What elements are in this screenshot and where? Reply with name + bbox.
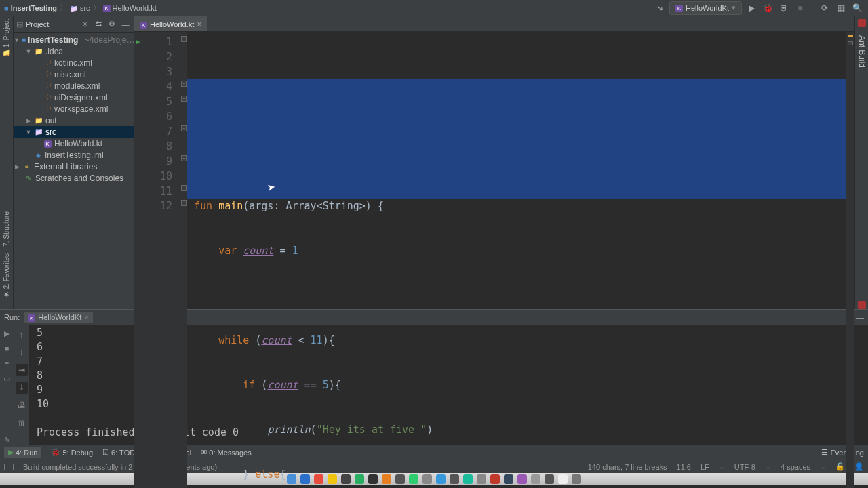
ide-settings-button[interactable]: ▦ bbox=[834, 1, 848, 15]
layout-button[interactable]: ▭ bbox=[2, 373, 12, 383]
pin-button[interactable]: ✎ bbox=[2, 435, 12, 445]
close-icon[interactable]: × bbox=[197, 20, 201, 29]
project-title[interactable]: Project bbox=[26, 20, 77, 28]
hector-icon[interactable]: 👤 bbox=[854, 462, 864, 471]
navigation-bar: InsertTesting 〉 src 〉 HelloWorld.kt ↘ He… bbox=[0, 0, 868, 16]
build-icon[interactable]: ↘ bbox=[652, 0, 668, 16]
breadcrumb-folder[interactable]: src bbox=[80, 4, 90, 12]
run-config-selector[interactable]: HelloWorldKt▾ bbox=[669, 1, 742, 15]
project-tool-header: ▤ Project ⊚ ⇆ ⚙ — bbox=[14, 16, 134, 33]
tree-node-src: ▼src bbox=[14, 126, 134, 138]
up-button[interactable]: ↑ bbox=[16, 329, 28, 341]
run-actions-2: ↑ ↓ ⇥ ⤓ 🖶 🗑 bbox=[14, 325, 30, 445]
breadcrumb[interactable]: InsertTesting 〉 src 〉 HelloWorld.kt bbox=[4, 3, 157, 13]
print-button[interactable]: 🖶 bbox=[16, 399, 28, 411]
select-opened-file-icon[interactable]: ⊚ bbox=[79, 19, 90, 30]
gutter-run-marks[interactable]: ▶ bbox=[134, 32, 146, 488]
editor-tabs: HelloWorld.kt× bbox=[134, 16, 854, 32]
favorites-tool-button[interactable]: ★2: Favorites bbox=[3, 253, 10, 298]
run-tool-button[interactable]: ▶4: Run bbox=[4, 447, 41, 458]
run-tab[interactable]: HelloWorldKt× bbox=[24, 312, 92, 323]
run-label: Run: bbox=[4, 313, 20, 321]
settings-icon[interactable]: ⚙ bbox=[106, 19, 117, 30]
debug-button[interactable]: 🐞 bbox=[761, 1, 774, 15]
run-actions-1: ▶ ■ ≡ ▭ ✎ bbox=[0, 325, 14, 445]
soft-wrap-button[interactable]: ⇥ bbox=[16, 364, 28, 376]
error-stripe[interactable] bbox=[846, 32, 854, 488]
stop-button[interactable]: ■ bbox=[2, 344, 12, 353]
collapse-icon[interactable]: — bbox=[120, 19, 131, 30]
expand-all-icon[interactable]: ⇆ bbox=[93, 19, 104, 30]
breadcrumb-project[interactable]: InsertTesting bbox=[11, 4, 57, 12]
run-button[interactable]: ▶ bbox=[745, 1, 758, 15]
rerun-button[interactable]: ▶ bbox=[2, 329, 12, 338]
editor-tab-helloworld[interactable]: HelloWorld.kt× bbox=[134, 16, 207, 31]
ant-build-button[interactable]: Ant Build bbox=[857, 35, 867, 68]
toolbar: ↘ HelloWorldKt▾ ▶ 🐞 ⛨ ■ ⟳ ▦ 🔍 bbox=[653, 1, 864, 15]
dump-button[interactable]: ≡ bbox=[2, 359, 12, 368]
code-content[interactable]: fun main(args: Array<String>) { var coun… bbox=[187, 32, 846, 488]
search-everywhere-button[interactable]: 🔍 bbox=[850, 1, 864, 15]
maven-icon-2[interactable] bbox=[858, 301, 866, 309]
line-numbers: 123 456 789 101112 bbox=[146, 32, 178, 488]
maven-icon[interactable] bbox=[858, 19, 866, 27]
debug-tool-button[interactable]: 🐞5: Debug bbox=[51, 448, 93, 457]
tree-node-helloworld: HelloWorld.kt bbox=[14, 138, 134, 149]
project-tool-button[interactable]: 📁1: Project bbox=[3, 19, 10, 58]
run-gutter-icon: ▶ bbox=[136, 35, 140, 49]
gutter-folding[interactable]: - - - - - - - bbox=[178, 32, 187, 488]
code-editor[interactable]: ▶ 123 456 789 101112 - - - - - - - bbox=[134, 32, 854, 488]
minimize-icon[interactable]: — bbox=[856, 313, 864, 321]
clear-button[interactable]: 🗑 bbox=[16, 417, 28, 429]
right-tool-stripe: Ant Build bbox=[854, 16, 868, 309]
project-tree[interactable]: ▼InsertTesting ~/IdeaProje… ▼.idea kotli… bbox=[14, 33, 134, 309]
coverage-button[interactable]: ⛨ bbox=[777, 1, 791, 15]
down-button[interactable]: ↓ bbox=[16, 346, 28, 359]
structure-tool-button[interactable]: 7: Structure bbox=[3, 211, 10, 247]
project-tool-window: ▤ Project ⊚ ⇆ ⚙ — ▼InsertTesting ~/IdeaP… bbox=[14, 16, 134, 309]
update-button[interactable]: ⟳ bbox=[818, 1, 831, 15]
stop-button[interactable]: ■ bbox=[793, 1, 807, 15]
toggle-toolwindows-icon[interactable] bbox=[4, 464, 14, 470]
editor-area: HelloWorld.kt× ▶ 123 456 789 101112 - - … bbox=[134, 16, 854, 309]
breadcrumb-file[interactable]: HelloWorld.kt bbox=[113, 4, 157, 12]
scroll-to-end-button[interactable]: ⤓ bbox=[16, 382, 28, 394]
left-tool-stripe: 📁1: Project 7: Structure ★2: Favorites bbox=[0, 16, 14, 309]
main-split: 📁1: Project 7: Structure ★2: Favorites ▤… bbox=[0, 16, 868, 309]
